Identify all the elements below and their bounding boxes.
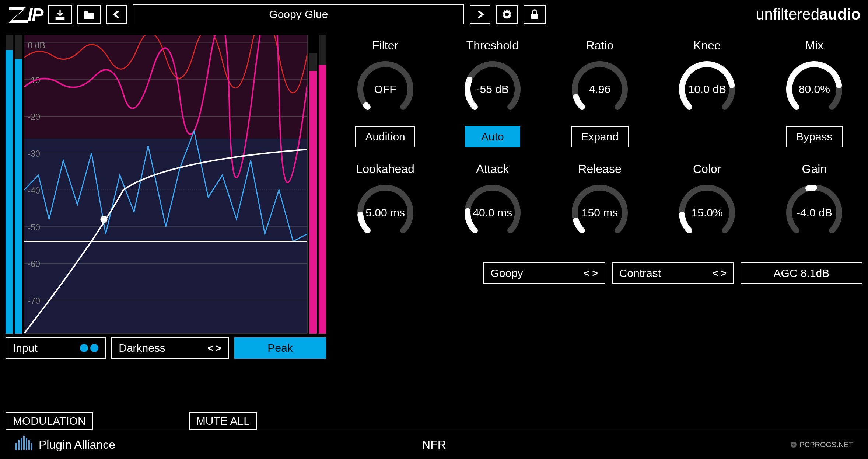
- color-value: 15.0%: [692, 206, 723, 219]
- bypass-button[interactable]: Bypass: [786, 126, 842, 147]
- color-label: Color: [693, 162, 721, 176]
- watermark: PCPROGS.NET: [790, 441, 853, 449]
- attack-knob[interactable]: 40.0 ms: [461, 181, 524, 244]
- audition-button[interactable]: Audition: [355, 126, 415, 147]
- save-preset-icon[interactable]: [48, 5, 72, 24]
- input-selector[interactable]: Input: [6, 337, 106, 359]
- color-mode-selector[interactable]: Contrast < >: [612, 262, 734, 284]
- svg-rect-24: [21, 438, 22, 450]
- svg-text:-20: -20: [28, 112, 40, 122]
- color-knob[interactable]: 15.0%: [676, 181, 738, 244]
- knee-value: 10.0 dB: [688, 83, 726, 95]
- knee-label: Knee: [693, 39, 721, 52]
- svg-rect-25: [23, 436, 25, 450]
- svg-rect-26: [26, 438, 27, 450]
- preset-name-display[interactable]: Goopy Glue: [133, 4, 464, 24]
- input-meter-right: [15, 35, 22, 334]
- channel-dot-icon: [90, 344, 98, 352]
- output-meter-right: [319, 35, 326, 334]
- release-knob[interactable]: 150 ms: [568, 181, 631, 244]
- svg-text:-50: -50: [28, 222, 40, 232]
- svg-text:0 dB: 0 dB: [28, 41, 45, 50]
- attack-label: Attack: [476, 162, 509, 176]
- auto-button[interactable]: Auto: [465, 126, 520, 147]
- release-label: Release: [578, 162, 621, 176]
- attack-value: 40.0 ms: [473, 206, 512, 219]
- mix-knob[interactable]: 80.0%: [783, 58, 846, 121]
- expand-button[interactable]: Expand: [571, 126, 629, 147]
- filter-label: Filter: [372, 39, 398, 52]
- next-preset-icon[interactable]: [470, 5, 490, 24]
- settings-icon[interactable]: [496, 5, 518, 24]
- svg-rect-23: [18, 440, 20, 450]
- agc-display[interactable]: AGC 8.1dB: [741, 262, 862, 284]
- lookahead-value: 5.00 ms: [365, 206, 405, 219]
- threshold-label: Threshold: [466, 39, 519, 52]
- svg-rect-3: [24, 138, 307, 333]
- channel-dot-icon: [80, 344, 88, 352]
- threshold-knob[interactable]: -55 dB: [461, 58, 524, 121]
- chevron-left-right-icon: < >: [584, 268, 598, 279]
- filter-value: OFF: [374, 83, 396, 95]
- brand-logo: unfilteredaudio: [756, 6, 861, 23]
- plugin-alliance-icon: [15, 436, 33, 453]
- mute-all-button[interactable]: MUTE ALL: [189, 412, 257, 430]
- waveform-display[interactable]: 0 dB -10 -20 -30 -40 -50 -60 -70: [24, 35, 308, 334]
- svg-point-30: [792, 444, 795, 446]
- load-preset-icon[interactable]: [77, 5, 101, 24]
- svg-text:-70: -70: [28, 296, 40, 306]
- mix-value: 80.0%: [799, 83, 830, 95]
- analysis-selector[interactable]: Darkness < >: [111, 337, 229, 359]
- lock-icon[interactable]: [524, 5, 546, 24]
- knee-knob[interactable]: 10.0 dB: [676, 58, 738, 121]
- svg-text:-60: -60: [28, 259, 40, 269]
- license-label: NFR: [422, 438, 446, 452]
- svg-text:-30: -30: [28, 149, 40, 159]
- modulation-button[interactable]: MODULATION: [6, 412, 93, 430]
- gain-value: -4.0 dB: [797, 206, 832, 219]
- lookahead-label: Lookahead: [356, 162, 414, 176]
- output-meter-left: [309, 35, 317, 334]
- svg-rect-0: [56, 17, 64, 19]
- filter-knob[interactable]: OFF: [354, 58, 417, 121]
- lookahead-knob[interactable]: 5.00 ms: [354, 181, 417, 244]
- svg-rect-22: [15, 443, 17, 450]
- detection-mode-button[interactable]: Peak: [234, 337, 326, 359]
- attack-mode-selector[interactable]: Goopy < >: [483, 262, 605, 284]
- svg-text:-40: -40: [28, 186, 40, 195]
- plugin-alliance-logo[interactable]: Plugin Alliance: [15, 436, 115, 453]
- ratio-value: 4.96: [589, 83, 610, 95]
- chevron-left-right-icon: < >: [713, 268, 727, 279]
- input-meter-left: [6, 35, 13, 334]
- threshold-value: -55 dB: [476, 83, 509, 95]
- svg-point-21: [100, 216, 107, 223]
- mix-label: Mix: [805, 39, 824, 52]
- chevron-left-right-icon: < >: [207, 342, 221, 354]
- gain-knob[interactable]: -4.0 dB: [783, 181, 846, 244]
- prev-preset-icon[interactable]: [106, 5, 127, 24]
- svg-rect-27: [28, 440, 30, 450]
- svg-rect-28: [31, 443, 32, 450]
- ratio-knob[interactable]: 4.96: [568, 58, 631, 121]
- release-value: 150 ms: [582, 206, 618, 219]
- gain-label: Gain: [802, 162, 827, 176]
- ratio-label: Ratio: [586, 39, 614, 52]
- svg-rect-1: [531, 14, 538, 19]
- plugin-logo: ZIP IP: [7, 4, 43, 25]
